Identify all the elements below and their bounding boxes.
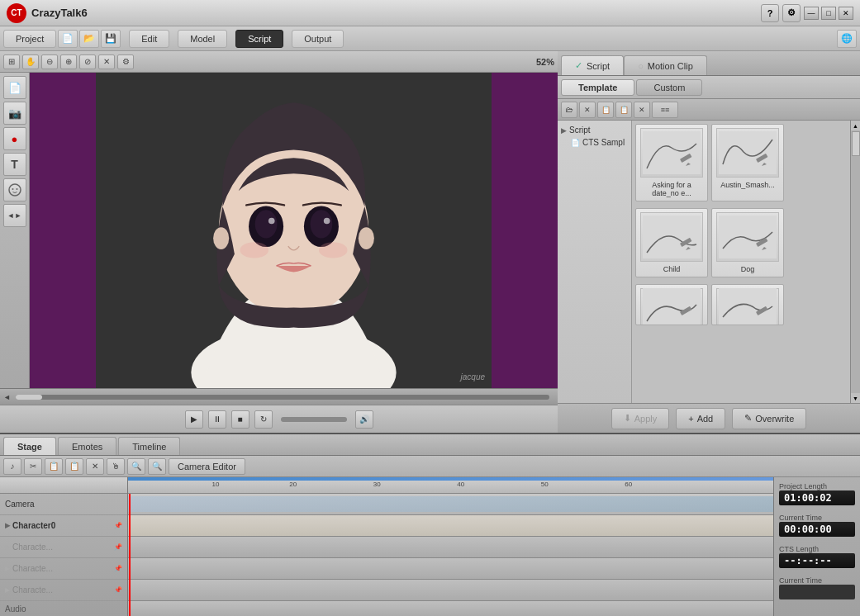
- viewport-center: jacque: [96, 73, 492, 388]
- zoom-fit-button[interactable]: 🔍: [127, 458, 145, 475]
- viewport-background: jacque: [30, 73, 558, 388]
- tree-item-script[interactable]: ▶ Script: [561, 124, 628, 136]
- motion-graph-dog: [719, 216, 777, 258]
- tab-timeline[interactable]: Timeline: [118, 437, 180, 455]
- motion-card-austin[interactable]: Austin_Smash...: [711, 124, 784, 201]
- playhead: [129, 494, 131, 616]
- script-tool-4[interactable]: 📋: [615, 102, 632, 118]
- motion-graph-austin: [719, 131, 777, 174]
- close-viewport-button[interactable]: ✕: [98, 54, 115, 69]
- tab-stage[interactable]: Stage: [3, 437, 56, 455]
- copy-button[interactable]: 📋: [45, 458, 63, 475]
- globe-button[interactable]: 🌐: [837, 30, 857, 48]
- tab-edit[interactable]: Edit: [129, 30, 169, 48]
- volume-slider[interactable]: [281, 417, 347, 422]
- settings-button[interactable]: ⚙: [782, 4, 801, 22]
- play-button[interactable]: ▶: [185, 410, 203, 429]
- zoom-level: 52%: [536, 57, 554, 67]
- help-button[interactable]: ?: [761, 4, 779, 22]
- pause-button[interactable]: ⏸: [208, 410, 226, 429]
- script-tool-6[interactable]: ≡≡: [652, 102, 678, 118]
- track-label-char4: ▶ Characte... 📌: [0, 580, 127, 601]
- loop-button[interactable]: ↻: [254, 410, 273, 429]
- zoom-out-button[interactable]: ⊖: [41, 54, 58, 69]
- motion-card-asking[interactable]: Asking for adate_no e...: [635, 124, 708, 201]
- subtab-template[interactable]: Template: [561, 79, 634, 96]
- script-tool-5[interactable]: ✕: [634, 102, 650, 118]
- scroll-track[interactable]: [851, 130, 861, 393]
- track-label-character0: ▶ Character0 📌: [0, 515, 127, 537]
- bottom-toolbar: ♪ ✂ 📋 📋 ✕ 🖱 🔍 🔍 Camera Editor: [0, 456, 860, 477]
- tab-emotes[interactable]: Emotes: [58, 437, 116, 455]
- current-time-1-value: 00:00:00: [779, 522, 855, 537]
- hand-tool-button[interactable]: ✋: [22, 54, 39, 69]
- motion-row-1: Asking for adate_no e... Austin_Smash...: [635, 124, 847, 201]
- subtab-custom[interactable]: Custom: [636, 79, 702, 96]
- face-tool-button[interactable]: [3, 178, 26, 201]
- new-file-button[interactable]: 📄: [58, 30, 78, 48]
- overwrite-label: Overwrite: [755, 414, 794, 424]
- svg-point-1: [12, 188, 13, 190]
- apply-button[interactable]: ⬇ Apply: [611, 408, 670, 429]
- scroll-up-arrow[interactable]: ▲: [851, 121, 861, 130]
- minimize-button[interactable]: —: [804, 7, 819, 20]
- overwrite-button[interactable]: ✎ Overwrite: [732, 408, 806, 429]
- motion-card-dog[interactable]: Dog: [711, 208, 784, 277]
- cut-button[interactable]: ✂: [24, 458, 42, 475]
- script-tool-3[interactable]: 📋: [597, 102, 614, 118]
- lane-char3: [128, 558, 773, 580]
- window-controls: — □ ✕: [804, 7, 853, 20]
- motion-row-3: [635, 284, 847, 325]
- motion-label-austin: Austin_Smash...: [720, 181, 775, 189]
- motion-card-6[interactable]: [711, 284, 784, 325]
- motion-card-5[interactable]: [635, 284, 708, 325]
- script-tool-2[interactable]: ✕: [579, 102, 596, 118]
- motion-card-child[interactable]: Child: [635, 208, 708, 277]
- new-tool-button[interactable]: 📄: [3, 76, 26, 99]
- tab-script[interactable]: Script: [235, 30, 283, 48]
- tab-model[interactable]: Model: [178, 30, 227, 48]
- right-scrollbar[interactable]: ▲ ▼: [850, 121, 860, 403]
- motion-label-asking: Asking for adate_no e...: [652, 181, 691, 197]
- delete-button[interactable]: ✕: [86, 458, 104, 475]
- scroll-thumb[interactable]: [852, 131, 860, 156]
- stop-button[interactable]: ■: [231, 410, 249, 429]
- timeline-track[interactable]: [16, 395, 549, 400]
- svg-point-14: [240, 242, 268, 258]
- volume-icon[interactable]: 🔊: [355, 410, 373, 429]
- maximize-button[interactable]: □: [821, 7, 836, 20]
- settings-viewport-button[interactable]: ⚙: [117, 54, 134, 69]
- close-button[interactable]: ✕: [839, 7, 853, 20]
- motion-label-dog: Dog: [741, 265, 755, 273]
- tab-project[interactable]: Project: [3, 30, 56, 48]
- tree-item-cts-sample[interactable]: 📄 CTS Sampl: [561, 136, 628, 149]
- music-button[interactable]: ♪: [3, 458, 21, 475]
- zoom-select-button[interactable]: 🔍: [148, 458, 166, 475]
- timeline-tracks: 10 20 30 40 50 60: [128, 477, 773, 616]
- save-file-button[interactable]: 💾: [101, 30, 121, 48]
- camera-tool-button[interactable]: 📷: [3, 102, 26, 125]
- paste-button[interactable]: 📋: [65, 458, 83, 475]
- nav-tool-button[interactable]: ◄►: [3, 204, 26, 227]
- tab-motion-clip[interactable]: ○ Motion Clip: [624, 55, 707, 75]
- tab-script[interactable]: ✓ Script: [561, 55, 624, 75]
- text-tool-button[interactable]: T: [3, 153, 26, 176]
- zoom-in-button[interactable]: ⊕: [60, 54, 77, 69]
- lane-audio: [128, 601, 773, 616]
- add-button[interactable]: + Add: [676, 408, 725, 429]
- scroll-down-arrow[interactable]: ▼: [851, 393, 861, 403]
- titlebar: CT CrazyTalk6 ? ⚙ — □ ✕: [0, 0, 860, 26]
- record-button[interactable]: ●: [3, 127, 26, 150]
- open-file-button[interactable]: 📂: [79, 30, 99, 48]
- svg-point-10: [268, 218, 275, 225]
- apply-icon: ⬇: [624, 413, 631, 424]
- tool-sidebar: 📄 📷 ● T ◄►: [0, 73, 30, 388]
- no-show-button[interactable]: ⊘: [79, 54, 96, 69]
- fullscreen-button[interactable]: ⊞: [3, 54, 20, 69]
- track-label-audio: Audio: [0, 601, 127, 616]
- mouse-button[interactable]: 🖱: [107, 458, 125, 475]
- svg-point-2: [16, 188, 17, 190]
- camera-editor-button[interactable]: Camera Editor: [169, 458, 245, 475]
- tab-output[interactable]: Output: [292, 30, 344, 48]
- script-tool-1[interactable]: 🗁: [561, 102, 577, 118]
